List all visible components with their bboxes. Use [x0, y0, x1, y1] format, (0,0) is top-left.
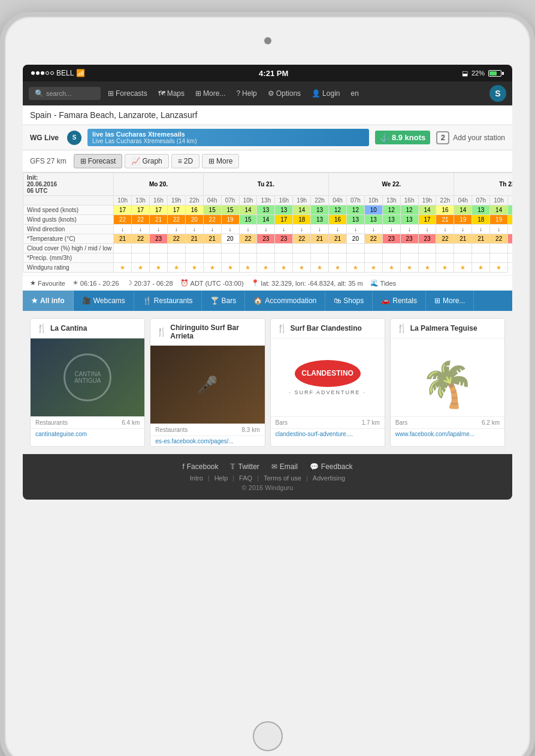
card-link[interactable]: clandestino-surf-adventure.... [271, 428, 385, 439]
tab-accommodation[interactable]: 🏠 Accommodation [245, 291, 325, 311]
user-icon: 👤 [312, 89, 321, 98]
card-type: Bars [395, 419, 408, 426]
intro-link[interactable]: Intro [190, 474, 203, 482]
tides-item[interactable]: 🌊 Tides [370, 279, 397, 287]
tab-more[interactable]: ⊞ More [202, 154, 239, 168]
nav-more[interactable]: ⊞ More... [191, 87, 230, 100]
hour-row: 10h13h16h19h22h04h07h10h13h16h19h22h04h0… [23, 196, 513, 205]
wind-speed-cell: 14 [418, 205, 436, 215]
home-button[interactable] [253, 721, 283, 751]
station-badge[interactable]: live las Cucharas Xtremesails Live Las C… [87, 129, 369, 146]
temp-cell: 22 [436, 234, 454, 244]
rating-row: Windguru rating★★★★★★★★★★★★★★★★★★★★★★ [23, 263, 513, 273]
temp-cell: 23 [382, 234, 400, 244]
place-card[interactable]: 🍴La Cantina CANTINAANTIGUA Restaurants6.… [30, 318, 145, 447]
card-header: 🍴Chiringuito Surf Bar Arrieta [150, 319, 264, 346]
moon-item: ☽ 20:37 - 06:28 [126, 279, 173, 287]
terms-link[interactable]: Terms of use [264, 474, 301, 482]
card-url[interactable]: es-es.facebook.com/pages/... [150, 436, 264, 446]
card-url[interactable]: cantinateguise.com [31, 429, 144, 439]
tab-more-nav[interactable]: ⊞ More... [426, 291, 474, 311]
hour-cell: 13h [508, 196, 512, 205]
wind-dir-cell: ↓ [364, 225, 382, 234]
card-distance: 6.2 km [482, 419, 500, 426]
email-link[interactable]: ✉ Email [271, 462, 298, 471]
tab-allinfo[interactable]: ★ All info [23, 291, 74, 311]
card-link[interactable]: cantinateguise.com [31, 428, 144, 439]
tab-rentals[interactable]: 🚗 Rentals [373, 291, 426, 311]
temp-cell: 24 [508, 234, 512, 244]
help-icon: ? [236, 89, 240, 98]
wind-dir-cell: ↓ [329, 225, 347, 234]
wind-speed-cell: 17 [149, 205, 167, 215]
help-link[interactable]: Help [214, 474, 228, 482]
wind-gusts-cell: 13 [364, 215, 382, 225]
wind-gusts-cell: 22 [167, 215, 185, 225]
card-image: CANTINAANTIGUA [31, 338, 144, 416]
place-card[interactable]: 🍴La Palmera Teguise 🌴 Bars6.2 kmwww.face… [390, 318, 505, 447]
shop-icon: 🛍 [334, 297, 341, 305]
wind-gusts-cell: 17 [418, 215, 436, 225]
tab-2d[interactable]: ≡ 2D [171, 154, 200, 168]
place-card[interactable]: 🍴Chiringuito Surf Bar Arrieta 🎤 Restaura… [150, 318, 265, 447]
tab-webcams[interactable]: 🎥 Webcams [74, 291, 134, 311]
place-card[interactable]: 🍴Surf Bar Clandestino CLANDESTINO · SURF… [270, 318, 385, 447]
feedback-link[interactable]: 💬 Feedback [310, 462, 353, 471]
wind-dir-cell: ↓ [132, 225, 150, 234]
tab-forecast[interactable]: ⊞ Forecast [74, 154, 123, 168]
wg-live-bar: WG Live S live las Cucharas Xtremesails … [23, 125, 512, 150]
wind-dir-cell: ↓ [221, 225, 239, 234]
palm-svg: 🌴 [424, 344, 471, 410]
wind-dir-cell: ↓ [239, 225, 257, 234]
card-link[interactable]: www.facebook.com/lapalme... [391, 428, 504, 439]
card-url[interactable]: www.facebook.com/lapalme... [391, 429, 504, 439]
map-icon: 🗺 [158, 89, 165, 98]
wind-dir-cell: ↓ [311, 225, 329, 234]
rating-cell: ★ [293, 263, 311, 273]
nav-forecasts[interactable]: ⊞ Forecasts [103, 87, 152, 100]
temp-cell: 20 [221, 234, 239, 244]
favourite-item[interactable]: ★ Favourite [30, 279, 65, 287]
tab-bars[interactable]: 🍸 Bars [202, 291, 246, 311]
wind-speed-cell: 17 [132, 205, 150, 215]
card-distance: 6.4 km [122, 419, 140, 426]
card-footer: Bars6.2 km [391, 416, 504, 428]
wind-gusts-cell: 13 [346, 215, 364, 225]
card-name: La Cantina [50, 324, 87, 332]
tab-graph[interactable]: 📈 Graph [125, 154, 168, 168]
wind-speed-cell: 13 [508, 205, 512, 215]
add-station[interactable]: 2 Add your station [436, 131, 505, 144]
wind-speed-cell: 12 [329, 205, 347, 215]
info-bar: ★ Favourite ☀ 06:16 - 20:26 ☽ 20:37 - 06… [23, 275, 512, 291]
advertising-link[interactable]: Advertising [313, 474, 345, 482]
wind-gusts-row: Wind gusts (knots)2222212220221915141718… [23, 215, 513, 225]
nav-options[interactable]: ⚙ Options [263, 87, 306, 100]
time-display: 4:21 PM [259, 69, 288, 78]
tab-restaurants[interactable]: 🍴 Restaurants [134, 291, 202, 311]
nav-login[interactable]: 👤 Login [307, 87, 344, 100]
search-box[interactable]: 🔍 search... [29, 87, 101, 100]
wind-gusts-cell: 19 [454, 215, 472, 225]
date-cell: Mo 20. [114, 173, 204, 196]
facebook-link[interactable]: f Facebook [182, 462, 218, 471]
card-distance: 8.3 km [241, 427, 259, 433]
nav-lang[interactable]: en [346, 87, 363, 100]
hour-cell: 10h [239, 196, 257, 205]
wind-gusts-cell: 13 [400, 215, 418, 225]
wind-dir-cell: ↓ [167, 225, 185, 234]
battery-icon [488, 70, 504, 77]
temp-cell: 21 [114, 234, 132, 244]
hour-cell: 19h [418, 196, 436, 205]
tab-shops[interactable]: 🛍 Shops [325, 291, 373, 311]
twitter-link[interactable]: 𝕋 Twitter [230, 462, 259, 471]
forecast-tabs: GFS 27 km ⊞ Forecast 📈 Graph ≡ 2D ⊞ More [23, 150, 512, 173]
hour-cell: 13h [257, 196, 275, 205]
clock-icon: ⏰ [180, 279, 189, 287]
nav-maps[interactable]: 🗺 Maps [153, 87, 189, 100]
timezone-item: ⏰ ADT (UTC -03:00) [180, 279, 244, 287]
nav-help[interactable]: ? Help [231, 87, 261, 100]
card-link[interactable]: es-es.facebook.com/pages/... [150, 436, 264, 446]
card-header: 🍴Surf Bar Clandestino [271, 319, 385, 338]
card-url[interactable]: clandestino-surf-adventure.... [271, 429, 385, 439]
faq-link[interactable]: FAQ [239, 474, 252, 482]
